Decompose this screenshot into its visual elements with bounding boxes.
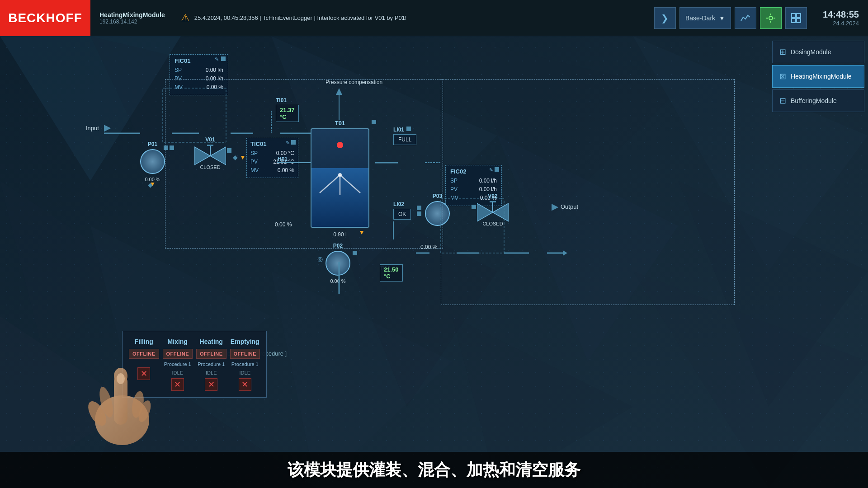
p01-pump[interactable]: P01 0.00 % ▼ ◆ bbox=[140, 149, 165, 174]
heatingmixingmodule-icon: ⊠ bbox=[779, 71, 786, 81]
heating-status-badge[interactable]: OFFLINE bbox=[196, 349, 226, 359]
device-name: HeatingMixingModule bbox=[99, 11, 165, 19]
li01-node bbox=[406, 127, 411, 131]
p03-pump[interactable]: P03 bbox=[425, 201, 450, 226]
svg-marker-56 bbox=[493, 203, 509, 221]
t01-top-node bbox=[372, 120, 376, 124]
ti01-label: TI01 bbox=[276, 97, 287, 103]
alert-icon: ⚠ bbox=[181, 12, 190, 24]
tic01-edit-icon[interactable]: ✎ bbox=[286, 140, 290, 146]
p01-diamond: ◆ bbox=[148, 181, 153, 188]
top-bar: BECKHOFF HeatingMixingModule 192.168.14.… bbox=[0, 0, 868, 36]
heating-cancel-button[interactable]: ✕ bbox=[205, 378, 217, 391]
dosingmodule-icon: ⊞ bbox=[779, 47, 786, 57]
li02-display: LI02 OK bbox=[393, 201, 404, 207]
t01-tank[interactable]: T01 0.90 l ▼ bbox=[311, 120, 369, 228]
ti02-display: 21.50 °C TI02 bbox=[380, 264, 391, 272]
p02-label: P02 bbox=[333, 243, 343, 249]
p01-node-1 bbox=[164, 145, 168, 150]
v02-status: CLOSED bbox=[482, 221, 503, 226]
p02-calib-icon: ◎ bbox=[317, 255, 323, 263]
emptying-title: Emptying bbox=[228, 336, 262, 347]
svg-rect-58 bbox=[490, 201, 496, 202]
svg-marker-34 bbox=[336, 88, 342, 95]
hand-pointer-overlay bbox=[81, 334, 181, 447]
output-flow-label: 0.00 % bbox=[420, 244, 437, 250]
theme-selector[interactable]: Base-Dark ▼ bbox=[679, 7, 731, 29]
navigate-next-button[interactable]: ❯ bbox=[654, 7, 676, 29]
current-date: 24.4.2024 bbox=[823, 20, 859, 27]
tic01-controller[interactable]: TIC01 ✎ SP 0.00 °C PV 21.51 °C MV 0.00 % bbox=[246, 138, 298, 178]
grid-button[interactable] bbox=[785, 7, 807, 29]
emptying-procedure: Procedure 1 bbox=[228, 360, 262, 368]
bufferingmodule-icon: ⊟ bbox=[779, 96, 786, 106]
h01-label: H01 bbox=[278, 156, 288, 162]
svg-rect-31 bbox=[163, 88, 226, 142]
p03-label: P03 bbox=[433, 193, 442, 199]
fic02-edit-icon[interactable]: ✎ bbox=[489, 167, 493, 173]
p02-value: 0.00 % bbox=[330, 278, 345, 284]
svg-rect-24 bbox=[797, 14, 801, 18]
fic02-sp-value: 0.00 l/h bbox=[479, 177, 497, 185]
t01-volume: 0.90 l bbox=[333, 231, 346, 238]
t01-impeller bbox=[314, 170, 365, 197]
bufferingmodule-button[interactable]: ⊟ BufferingModule bbox=[772, 89, 864, 112]
dosingmodule-button[interactable]: ⊞ DosingModule bbox=[772, 41, 864, 63]
p02-pump[interactable]: P02 0.00 % ◎ bbox=[326, 251, 350, 276]
hand-svg bbox=[81, 348, 163, 447]
svg-line-51 bbox=[320, 175, 340, 193]
v01-label: V01 bbox=[205, 136, 215, 143]
settings-button[interactable] bbox=[760, 7, 782, 29]
heatingmixingmodule-button[interactable]: ⊠ HeatingMixingModule bbox=[772, 65, 864, 88]
device-info: HeatingMixingModule 192.168.14.142 bbox=[90, 11, 174, 25]
v01-funnel-icon: ▼ bbox=[240, 154, 246, 161]
fic01-status-node bbox=[221, 56, 226, 61]
chart-button[interactable] bbox=[735, 7, 756, 29]
v01-status: CLOSED bbox=[200, 164, 220, 170]
company-logo: BECKHOFF bbox=[0, 0, 90, 36]
tic01-node bbox=[291, 140, 296, 145]
p03-node-1 bbox=[417, 206, 421, 210]
dropdown-icon: ▼ bbox=[719, 14, 725, 22]
p01-node-2 bbox=[170, 145, 174, 150]
li01-label: LI01 bbox=[393, 127, 404, 133]
fic01-mv-value: 0.00 % bbox=[207, 83, 223, 92]
svg-rect-50 bbox=[207, 145, 213, 146]
fic01-edit-icon[interactable]: ✎ bbox=[215, 56, 219, 62]
v01-node bbox=[227, 148, 231, 153]
fic01-controller[interactable]: FIC01 ✎ SP 0.00 l/h PV 0.00 l/h MV 0.00 … bbox=[170, 54, 228, 95]
v02-valve[interactable]: V02 CLOSED bbox=[477, 201, 509, 225]
alert-bar: ⚠ 25.4.2024, 00:45:28,356 | TcHmiEventLo… bbox=[174, 12, 647, 24]
li01-status: FULL bbox=[393, 134, 416, 145]
heating-idle: IDLE bbox=[194, 369, 228, 376]
fic02-controller[interactable]: FIC02 ✎ SP 0.00 l/h PV 0.00 l/h MV 0.00 … bbox=[445, 165, 502, 206]
li02-status: OK bbox=[393, 209, 411, 220]
p01-label: P01 bbox=[148, 141, 157, 147]
emptying-status-badge[interactable]: OFFLINE bbox=[230, 349, 260, 359]
svg-rect-26 bbox=[797, 19, 801, 23]
subtitle-text: 该模块提供灌装、混合、加热和清空服务 bbox=[288, 459, 580, 481]
svg-rect-25 bbox=[792, 19, 796, 23]
t01-flow-label: 0.00 % bbox=[275, 221, 292, 228]
emptying-idle: IDLE bbox=[228, 369, 262, 376]
v02-label: V02 bbox=[488, 193, 497, 199]
t01-level-dot bbox=[337, 142, 343, 148]
v01-diamond-icon: ◆ bbox=[233, 154, 238, 161]
output-arrow-icon: ▶ bbox=[552, 201, 558, 212]
v02-node bbox=[472, 205, 476, 209]
fic01-sp-value: 0.00 l/h bbox=[206, 66, 223, 75]
svg-marker-45 bbox=[563, 250, 567, 256]
svg-line-52 bbox=[340, 175, 360, 193]
ti01-value: 21.37 °C bbox=[276, 105, 299, 122]
ti01-display: TI01 21.37 °C bbox=[276, 97, 287, 103]
emptying-cancel-button[interactable]: ✕ bbox=[239, 378, 251, 391]
t01-label: T01 bbox=[311, 120, 369, 127]
output-label: Output bbox=[561, 203, 578, 210]
t01-drain-icon: ▼ bbox=[359, 229, 365, 236]
t01-body bbox=[311, 128, 369, 228]
heating-column: Heating OFFLINE Procedure 1 IDLE ✕ bbox=[194, 336, 228, 393]
v01-valve[interactable]: V01 CLOSED bbox=[194, 145, 226, 169]
svg-point-18 bbox=[769, 16, 773, 20]
pressure-compensation-label: Pressure compensation bbox=[326, 79, 382, 85]
p02-node bbox=[353, 251, 357, 255]
